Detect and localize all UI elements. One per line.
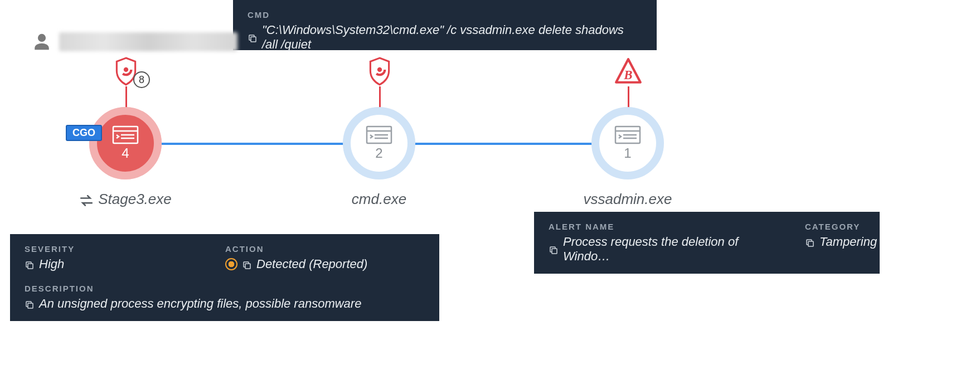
badge-spike [125,86,127,109]
severity-label: SEVERITY [25,244,192,254]
user-row [32,32,237,51]
terminal-icon [112,125,139,144]
process-label: cmd.exe [307,191,452,208]
copy-icon[interactable] [25,299,35,309]
description-value-row: An unsigned process encrypting files, po… [25,297,425,311]
process-ring: 1 [591,107,664,179]
process-ring: 4 CGO [89,107,162,179]
svg-rect-10 [245,264,250,269]
edge-cmd-vssadmin [413,143,595,145]
svg-point-2 [124,67,128,72]
action-value-row: Detected (Reported) [225,257,367,271]
svg-rect-12 [552,249,557,254]
severity-value: High [39,257,64,271]
process-label-row: Stage3.exe [53,191,198,208]
edge-stage3-cmd [162,143,351,145]
process-node-cmd[interactable]: 2 cmd.exe [343,107,415,179]
terminal-icon [614,125,641,144]
copy-icon[interactable] [549,244,559,254]
severity-value-row: High [25,257,192,271]
cgo-tag: CGO [66,125,102,141]
svg-rect-0 [251,37,256,42]
process-node-stage3[interactable]: 4 CGO Stage3.exe [89,107,162,179]
svg-text:B: B [623,68,632,82]
shield-icon[interactable]: 8 [114,57,138,86]
badge-spike [628,86,629,109]
action-label: ACTION [225,244,367,254]
status-dot-icon [225,258,237,270]
copy-icon[interactable] [248,32,258,42]
severity-detail-panel: SEVERITY High ACTION Detected (Reported) [10,234,439,321]
copy-icon[interactable] [25,259,35,269]
process-ring: 2 [343,107,415,179]
process-label: Stage3.exe [98,191,172,208]
category-label: CATEGORY [805,222,877,231]
process-node-vssadmin[interactable]: 1 vssadmin.exe [591,107,664,179]
svg-point-4 [377,67,382,72]
action-value: Detected (Reported) [256,257,367,271]
copy-icon[interactable] [242,259,252,269]
cmd-value-row: "C:\Windows\System32\cmd.exe" /c vssadmi… [248,23,642,52]
svg-rect-13 [808,241,813,246]
alert-name-value: Process requests the deletion of Windo… [563,235,772,264]
cmd-label: CMD [248,10,642,20]
alert-panel: ALERT NAME Process requests the deletion… [534,212,880,274]
user-name-redacted [59,32,237,51]
alert-name-label: ALERT NAME [549,222,772,231]
process-count: 2 [375,145,382,161]
alert-name-row: Process requests the deletion of Windo… [549,235,772,264]
process-count: 4 [122,145,129,161]
user-icon [32,32,51,51]
swap-icon [79,193,94,206]
shield-count: 8 [133,71,150,88]
process-label: vssadmin.exe [555,191,700,208]
badge-spike [379,86,381,109]
triangle-warning-icon[interactable]: B [614,57,643,86]
svg-rect-9 [28,264,33,269]
description-value: An unsigned process encrypting files, po… [39,297,361,311]
cmd-value: "C:\Windows\System32\cmd.exe" /c vssadmi… [262,23,642,52]
process-count: 1 [624,145,631,161]
terminal-icon [366,125,392,144]
shield-icon[interactable] [368,57,391,86]
category-value: Tampering [819,235,877,249]
category-row: Tampering [805,235,877,249]
copy-icon[interactable] [805,237,815,247]
process-tree-canvas[interactable]: CMD "C:\Windows\System32\cmd.exe" /c vss… [0,0,980,374]
svg-rect-11 [28,303,33,308]
cmd-panel: CMD "C:\Windows\System32\cmd.exe" /c vss… [233,0,657,50]
description-label: DESCRIPTION [25,284,425,293]
